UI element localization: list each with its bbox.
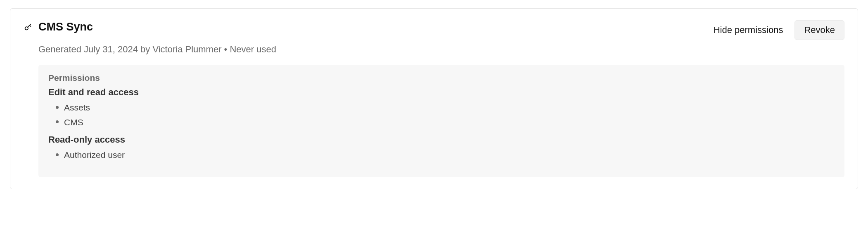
key-icon xyxy=(24,23,33,32)
list-item: CMS xyxy=(64,115,835,130)
hide-permissions-button[interactable]: Hide permissions xyxy=(712,21,785,39)
permissions-list-read-only: Authorized user xyxy=(48,148,835,162)
token-meta: Generated July 31, 2024 by Victoria Plum… xyxy=(38,44,844,55)
api-token-card: CMS Sync Hide permissions Revoke Generat… xyxy=(10,8,858,189)
card-header: CMS Sync Hide permissions Revoke xyxy=(24,20,844,40)
title-block: CMS Sync xyxy=(24,20,93,33)
permissions-list-edit-read: Assets CMS xyxy=(48,100,835,129)
permissions-panel: Permissions Edit and read access Assets … xyxy=(38,65,844,177)
list-item: Assets xyxy=(64,100,835,115)
revoke-button[interactable]: Revoke xyxy=(794,20,844,40)
permissions-section-title: Read-only access xyxy=(48,134,835,145)
token-name: CMS Sync xyxy=(38,20,93,33)
card-actions: Hide permissions Revoke xyxy=(712,20,844,40)
svg-line-2 xyxy=(30,25,31,26)
list-item: Authorized user xyxy=(64,148,835,162)
permissions-section-title: Edit and read access xyxy=(48,87,835,98)
permissions-heading: Permissions xyxy=(48,73,835,83)
